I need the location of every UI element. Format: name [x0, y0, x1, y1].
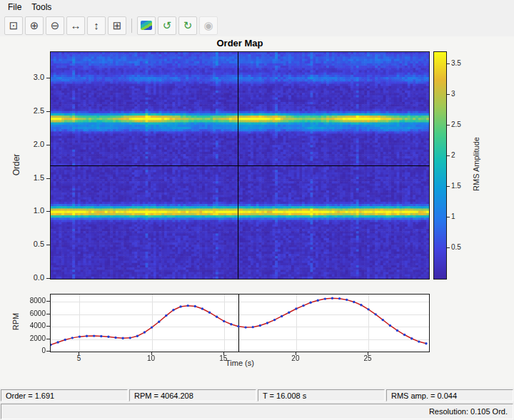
order-tick-label: 2.0 [21, 140, 44, 148]
colorbar-tick-label: 2 [451, 151, 470, 159]
tick-mark [223, 352, 224, 355]
app-window: FileTools ⊡⊕⊖↔↕⊞↺↻◉ Order Map Order RMS … [0, 0, 514, 420]
colorbar-tick-label: 2.5 [451, 121, 470, 128]
rpm-axis-label: RPM [11, 300, 20, 343]
rpm-tick-label: 2000 [21, 334, 46, 342]
status-order: Order = 1.691 [1, 389, 128, 401]
rpm-tick-label: 0 [21, 347, 46, 354]
resolution-bar: Resolution: 0.105 Ord. [1, 404, 513, 419]
order-tick-label: 0.0 [21, 273, 44, 282]
tick-mark [296, 352, 296, 355]
figure-area: Order Map Order RMS Amplitude RPM Time (… [0, 0, 514, 420]
order-tick-label: 1.0 [21, 206, 44, 215]
tick-mark [46, 111, 50, 112]
rpm-tick-label: 8000 [21, 297, 46, 304]
tick-mark [46, 178, 50, 179]
order-tick-label: 0.5 [21, 240, 44, 248]
tick-mark [447, 94, 450, 95]
colorbar-tick-label: 3 [451, 90, 470, 98]
status-rpm: RPM = 4064.208 [129, 389, 256, 401]
colorbar-tick-label: 1 [451, 212, 470, 220]
tick-mark [46, 301, 50, 302]
tick-mark [447, 155, 450, 156]
status-time: T = 16.008 s [258, 389, 385, 401]
order-axis-label: Order [11, 143, 21, 186]
colorbar-tick-label: 0.5 [451, 243, 470, 251]
status-bar: Order = 1.691RPM = 4064.208T = 16.008 sR… [1, 389, 513, 401]
order-tick-label: 2.5 [21, 106, 44, 115]
tick-mark [447, 125, 450, 126]
tick-mark [46, 351, 50, 352]
order-tick-label: 3.0 [21, 73, 44, 81]
tick-mark [447, 217, 450, 217]
tick-mark [447, 63, 450, 64]
tick-mark [46, 326, 50, 327]
resolution-text: Resolution: 0.105 Ord. [429, 407, 508, 416]
time-tick-label: 20 [285, 354, 306, 362]
time-tick-label: 10 [141, 354, 162, 362]
order-tick-label: 1.5 [21, 173, 44, 182]
rpm-profile-plot[interactable] [50, 294, 430, 352]
colorbar [433, 51, 447, 280]
colorbar-tick-label: 3.5 [451, 59, 470, 67]
tick-mark [368, 352, 368, 355]
tick-mark [447, 247, 450, 248]
status-rms: RMS amp. = 0.044 [386, 389, 513, 401]
colorbar-label: RMS Amplitude [472, 128, 480, 200]
tick-mark [46, 278, 50, 279]
rpm-tick-label: 6000 [21, 309, 46, 317]
tick-mark [46, 339, 50, 339]
plot-title: Order Map [50, 38, 430, 48]
tick-mark [46, 245, 50, 245]
tick-mark [46, 145, 50, 145]
tick-mark [151, 352, 152, 355]
tick-mark [46, 314, 50, 314]
tick-mark [46, 211, 50, 212]
time-tick-label: 5 [68, 354, 89, 362]
colorbar-tick-label: 1.5 [451, 182, 470, 190]
time-tick-label: 25 [357, 354, 378, 362]
tick-mark [79, 352, 79, 355]
rpm-tick-label: 4000 [21, 322, 46, 329]
tick-mark [46, 78, 50, 78]
crosshair-horizontal-line[interactable] [50, 165, 430, 166]
time-tick-label: 15 [213, 354, 234, 362]
tick-mark [447, 186, 450, 187]
